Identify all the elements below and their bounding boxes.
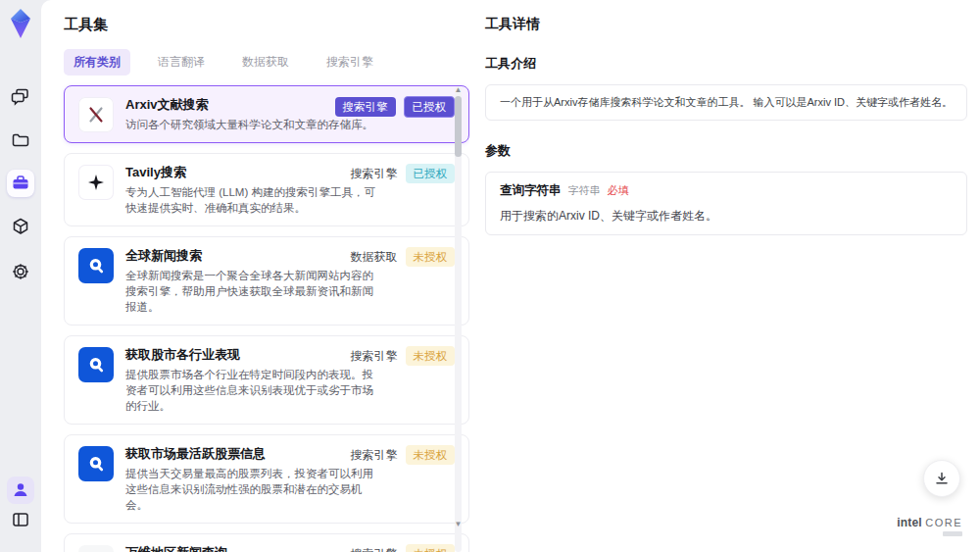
download-button[interactable] — [923, 460, 960, 497]
param-required-flag: 必填 — [608, 183, 629, 198]
param-description: 用于搜索的Arxiv ID、关键字或作者姓名。 — [500, 208, 953, 225]
tools-panel: 工具集 所有类别 语言翻译 数据获取 搜索引擎 Arxiv文献搜索 访问各个研究… — [41, 0, 469, 552]
params-heading: 参数 — [485, 142, 967, 160]
sidebar-item-files[interactable] — [7, 126, 34, 154]
intro-text: 一个用于从Arxiv存储库搜索科学论文和文章的工具。 输入可以是Arxiv ID… — [500, 95, 953, 110]
news-search-icon — [78, 248, 114, 283]
news-search-icon — [78, 347, 114, 382]
category-label: 搜索引擎 — [351, 546, 398, 552]
tool-name: 全球新闻搜索 — [125, 247, 378, 265]
sidebar-item-toolbox[interactable] — [7, 170, 34, 197]
folder-icon — [11, 130, 30, 150]
tool-description: 提供股票市场各个行业在特定时间段内的表现。投资者可以利用这些信息来识别表现优于或… — [125, 367, 378, 414]
app-logo-icon — [8, 8, 33, 39]
tab-search-engine[interactable]: 搜索引擎 — [317, 49, 383, 75]
tool-description: 提供当天交易量最高的股票列表，投资者可以利用这些信息来识别流动性强的股票和潜在的… — [125, 466, 378, 513]
tool-description: 全球新闻搜索是一个聚合全球各大新闻网站内容的搜索引擎，帮助用户快速获取全球最新资… — [125, 268, 378, 315]
auth-status-badge: 未授权 — [406, 445, 456, 465]
category-label: 搜索引擎 — [351, 447, 398, 464]
tool-card-active-stocks[interactable]: 获取市场最活跃股票信息 提供当天交易量最高的股票列表，投资者可以利用这些信息来识… — [64, 434, 469, 524]
tool-name: 获取市场最活跃股票信息 — [125, 445, 378, 463]
scroll-down-icon[interactable]: ▼ — [454, 521, 463, 528]
tool-description: 专为人工智能代理 (LLM) 构建的搜索引擎工具，可快速提供实时、准确和真实的结… — [125, 184, 378, 216]
tab-all-categories[interactable]: 所有类别 — [64, 49, 130, 75]
main-surface: 工具集 所有类别 语言翻译 数据获取 搜索引擎 Arxiv文献搜索 访问各个研究… — [41, 0, 980, 552]
category-badge: 搜索引擎 — [335, 97, 396, 117]
brand-accent-bar — [943, 531, 962, 536]
auth-status-badge: 已授权 — [404, 96, 456, 118]
left-rail — [0, 0, 41, 552]
intel-core-logo: intel core — [897, 516, 962, 536]
chat-icon — [11, 86, 30, 106]
intro-heading: 工具介绍 — [485, 55, 967, 73]
tool-card-regional-news[interactable]: 万维地区新闻查询 查询具体行政区划内的新闻，快速了解各地新闻动 搜索引擎 未授权 — [64, 533, 469, 552]
intro-card: 一个用于从Arxiv存储库搜索科学论文和文章的工具。 输入可以是Arxiv ID… — [485, 84, 967, 121]
tool-card-sector-performance[interactable]: 获取股市各行业表现 提供股票市场各个行业在特定时间段内的表现。投资者可以利用这些… — [64, 335, 469, 425]
brand-core-text: core — [925, 517, 962, 528]
category-tabs: 所有类别 语言翻译 数据获取 搜索引擎 — [64, 50, 469, 74]
toolbox-icon — [11, 174, 30, 193]
cube-icon — [11, 217, 30, 236]
settings-gear-icon — [11, 262, 30, 281]
panel-toggle-icon — [11, 510, 30, 529]
category-label: 搜索引擎 — [351, 348, 398, 365]
tool-detail-panel: 工具详情 工具介绍 一个用于从Arxiv存储库搜索科学论文和文章的工具。 输入可… — [469, 0, 980, 552]
category-label: 搜索引擎 — [351, 166, 398, 182]
scrollbar-track[interactable]: ▲ ▼ — [455, 86, 462, 552]
param-name: 查询字符串 — [500, 182, 562, 199]
param-card: 查询字符串 字符串 必填 用于搜索的Arxiv ID、关键字或作者姓名。 — [485, 172, 967, 235]
param-type: 字符串 — [568, 183, 601, 198]
tool-card-arxiv[interactable]: Arxiv文献搜索 访问各个研究领域大量科学论文和文章的存储库。 搜索引擎 已授… — [64, 85, 469, 143]
brand-intel-text: intel — [897, 516, 922, 529]
auth-status-badge: 未授权 — [406, 247, 456, 267]
tool-name: Tavily搜索 — [125, 164, 378, 181]
tavily-star-icon — [78, 165, 114, 200]
detail-title: 工具详情 — [485, 16, 967, 33]
auth-status-badge: 未授权 — [406, 544, 456, 552]
tool-description: 访问各个研究领域大量科学论文和文章的存储库。 — [125, 117, 378, 132]
category-label: 数据获取 — [351, 249, 398, 266]
tab-data-acquisition[interactable]: 数据获取 — [232, 49, 299, 75]
building-icon — [78, 545, 114, 552]
sidebar-item-account[interactable] — [7, 477, 34, 504]
tool-name: 获取股市各行业表现 — [125, 346, 378, 364]
user-icon — [11, 480, 30, 500]
tool-card-global-news[interactable]: 全球新闻搜索 全球新闻搜索是一个聚合全球各大新闻网站内容的搜索引擎，帮助用户快速… — [64, 236, 469, 326]
tool-name: 万维地区新闻查询 — [125, 544, 378, 552]
tool-card-tavily[interactable]: Tavily搜索 专为人工智能代理 (LLM) 构建的搜索引擎工具，可快速提供实… — [64, 153, 469, 226]
sidebar-item-settings[interactable] — [7, 258, 34, 285]
scroll-up-icon[interactable]: ▲ — [454, 86, 463, 94]
arxiv-logo-icon — [78, 97, 114, 132]
tab-language-translation[interactable]: 语言翻译 — [148, 49, 215, 75]
auth-status-badge: 未授权 — [406, 346, 456, 366]
auth-status-badge: 已授权 — [406, 164, 456, 183]
scrollbar-thumb[interactable] — [455, 96, 462, 157]
download-icon — [934, 471, 950, 486]
collapse-sidebar-button[interactable] — [7, 506, 34, 533]
page-title: 工具集 — [64, 16, 469, 34]
sidebar-item-chat[interactable] — [7, 82, 34, 110]
sidebar-item-plugins[interactable] — [7, 213, 34, 240]
tool-list: Arxiv文献搜索 访问各个研究领域大量科学论文和文章的存储库。 搜索引擎 已授… — [64, 85, 469, 552]
news-search-icon — [78, 446, 114, 481]
